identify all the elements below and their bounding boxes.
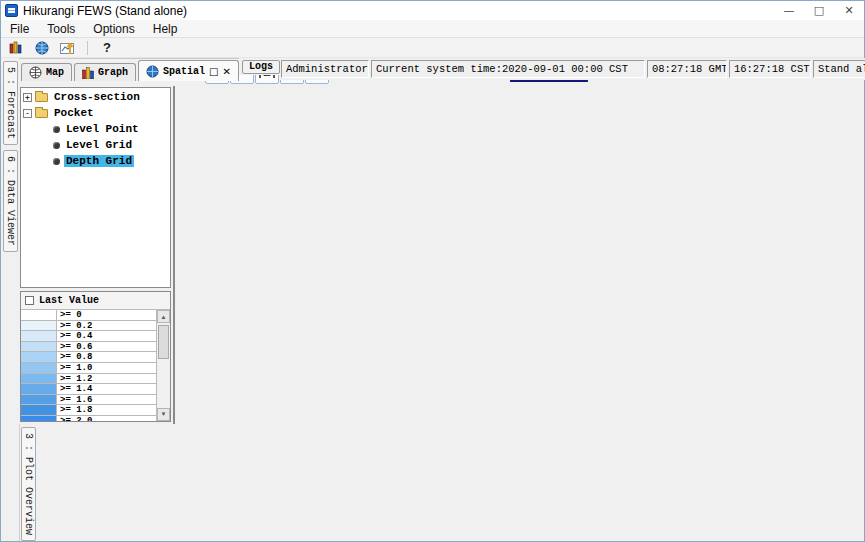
window-title: Hikurangi FEWS (Stand alone) (23, 4, 187, 18)
legend-color-swatch (21, 331, 57, 341)
status-system-time: Current system time:2020-09-01 00:00 CST (371, 60, 645, 78)
legend-row: >= 0.8 (21, 352, 156, 363)
tab-data-viewer[interactable]: 6 : Data Viewer (3, 150, 18, 252)
tab-forecast[interactable]: 5 : Forecast (3, 61, 18, 145)
tree-item-label: Level Grid (64, 139, 134, 151)
legend-row: >= 1.6 (21, 395, 156, 406)
tab-spatial-label: Spatial (163, 66, 205, 77)
scroll-down-icon[interactable]: ▼ (157, 408, 170, 421)
globe-icon (35, 41, 49, 55)
tree-item-label: Pocket (52, 107, 96, 119)
legend-color-swatch (21, 405, 57, 415)
legend-row-label: >= 1.0 (57, 363, 92, 373)
folder-icon (35, 109, 48, 118)
node-dot-icon (53, 142, 60, 149)
help-button[interactable]: ? (96, 39, 118, 57)
legend-row-label: >= 0.4 (57, 331, 92, 341)
legend-color-swatch (21, 395, 57, 405)
last-value-checkbox[interactable] (25, 296, 34, 305)
legend-row-label: >= 1.6 (57, 395, 92, 405)
graph-bars-icon (82, 67, 94, 79)
legend-row: >= 0.2 (21, 321, 156, 332)
tree-item-label: Cross-section (52, 91, 142, 103)
main-toolbar: ? (1, 38, 864, 58)
legend-row: >= 1.2 (21, 374, 156, 385)
legend-row: >= 2.0 (21, 416, 156, 421)
tree-toggle[interactable]: + (23, 93, 32, 102)
tree-item-label: Level Point (64, 123, 141, 135)
tree-toggle[interactable]: - (23, 109, 32, 118)
tab-plot-overview[interactable]: 3 : Plot Overview (21, 427, 36, 541)
tree-item-label: Depth Grid (64, 155, 134, 167)
map-view[interactable]: API Key Required API Key Required API Ke… (173, 86, 175, 424)
timeseries-display-button[interactable] (57, 39, 79, 57)
legend-row: >= 0.6 (21, 342, 156, 353)
spatial-display-button[interactable] (31, 39, 53, 57)
logs-row: Logs (239, 58, 280, 75)
status-user: Administrator (281, 60, 369, 78)
legend-panel: Last Value >= 0 (20, 291, 171, 422)
menu-item[interactable]: Options (84, 22, 143, 36)
app-window: Hikurangi FEWS (Stand alone) — □ ✕ FileT… (0, 0, 865, 542)
tree-item[interactable]: Level Point (23, 123, 170, 135)
maximize-button[interactable]: □ (804, 1, 834, 20)
explorer-button[interactable] (5, 39, 27, 57)
status-bar: Administrator Current system time:2020-0… (280, 58, 865, 80)
left-panel: + Cross-section - Pocket (19, 86, 173, 424)
tab-graph[interactable]: Graph (74, 63, 136, 81)
help-icon: ? (103, 40, 111, 55)
tab-spatial[interactable]: Spatial □ ✕ (138, 60, 239, 81)
legend-color-swatch (21, 310, 57, 320)
tab-maximize-icon[interactable]: □ (209, 66, 218, 77)
chart-arrow-icon (60, 41, 76, 55)
data-explorer-icon (9, 41, 23, 54)
scrollbar-track[interactable] (157, 323, 170, 408)
legend-row-label: >= 1.2 (57, 374, 92, 384)
toolbar-separator (87, 41, 88, 55)
legend-row: >= 1.4 (21, 384, 156, 395)
app-icon (5, 4, 18, 17)
legend-color-swatch (21, 374, 57, 384)
legend-color-swatch (21, 384, 57, 394)
tab-map[interactable]: Map (21, 63, 72, 81)
menu-item[interactable]: File (1, 22, 38, 36)
node-dot-icon (53, 126, 60, 133)
menu-item[interactable]: Help (144, 22, 187, 36)
left-dock-strip: 5 : Forecast 6 : Data Viewer (1, 58, 19, 541)
last-value-label: Last Value (39, 295, 99, 306)
bottom-tab-bar: Map Graph Spatial □ ✕ (19, 58, 239, 81)
status-gmt-time: 08:27:18 GMT (647, 60, 727, 78)
minimize-button[interactable]: — (774, 1, 804, 20)
tab-graph-label: Graph (98, 67, 128, 78)
scroll-up-icon[interactable]: ▲ (157, 310, 170, 323)
legend-row: >= 0 (21, 310, 156, 321)
close-button[interactable]: ✕ (834, 1, 864, 20)
legend-color-swatch (21, 352, 57, 362)
legend-list: >= 0 >= 0.2 (21, 310, 156, 421)
status-mode: Stand alone (813, 60, 865, 78)
legend-color-swatch (21, 363, 57, 373)
legend-row: >= 1.0 (21, 363, 156, 374)
legend-row-label: >= 2.0 (57, 416, 92, 421)
tree-item[interactable]: Depth Grid (23, 155, 170, 167)
legend-row-label: >= 0 (57, 310, 82, 320)
right-dock-strip: 3 : Plot Overview (19, 424, 36, 541)
scrollbar-thumb[interactable] (158, 325, 169, 359)
legend-scrollbar[interactable]: ▲ ▼ (156, 310, 170, 421)
tree-item[interactable]: Level Grid (23, 139, 170, 151)
legend-row-label: >= 1.4 (57, 384, 92, 394)
legend-color-swatch (21, 342, 57, 352)
legend-color-swatch (21, 416, 57, 421)
tab-close-icon[interactable]: ✕ (223, 66, 231, 77)
spatial-globe-icon (146, 65, 159, 78)
menu-item[interactable]: Tools (38, 22, 84, 36)
node-dot-icon (53, 158, 60, 165)
title-bar: Hikurangi FEWS (Stand alone) — □ ✕ (1, 1, 864, 20)
legend-row-label: >= 0.6 (57, 342, 92, 352)
legend-color-swatch (21, 321, 57, 331)
tree-item[interactable]: + Cross-section (23, 91, 170, 103)
logs-button[interactable]: Logs (242, 60, 280, 74)
legend-row: >= 0.4 (21, 331, 156, 342)
legend-row-label: >= 1.8 (57, 405, 92, 415)
tree-item[interactable]: - Pocket (23, 107, 170, 119)
